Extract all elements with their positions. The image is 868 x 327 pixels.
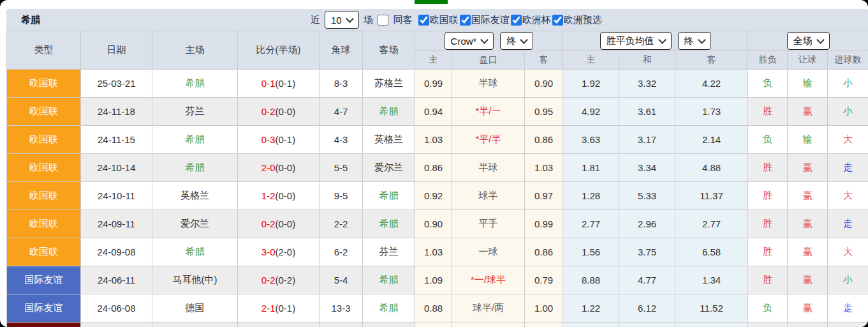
goals-result: 大 [828,238,868,266]
competition-badge: 欧国联 [7,238,81,266]
halftime-score: (0-1) [276,303,296,314]
table-row: 欧国联25-03-21希腊0-1(0-1)8-3苏格兰0.99半球0.901.9… [7,70,868,98]
avg-home: 1.81 [563,154,619,182]
halftime-score: (0-0) [276,106,296,117]
match-date: 24-09-11 [81,210,152,238]
avg-away: 11.37 [675,182,748,210]
avg-draw: 3.34 [619,154,675,182]
chevron-down-icon [481,36,489,44]
competition-badge: 国际友谊 [7,294,81,323]
table-row: 欧国联24-11-15希腊0-3(0-1)4-3英格兰1.03*平/半0.863… [7,126,868,154]
away-team: 希腊 [363,266,415,294]
filter-checkbox[interactable] [460,15,471,26]
handicap-result: 赢 [788,238,828,266]
odds-away: 1.00 [525,294,563,323]
filter-checkbox[interactable] [511,15,522,26]
competition-badge: 欧洲杯 [7,323,81,327]
corner-score: 8-3 [320,70,363,98]
corner-score: 4-3 [320,126,363,154]
subheader-odds-home: 主 [415,51,452,70]
goals-result: 大 [828,126,868,154]
scope-select[interactable]: 全场 [787,32,830,50]
filter-item: 欧洲杯 [511,14,551,26]
subheader-goals: 进球数 [828,51,868,70]
avg-draw: 5.33 [619,182,675,210]
avg-home: 3.30 [563,323,619,327]
avg-source-select[interactable]: 胜平负均值 [600,32,672,50]
fulltime-score: 3-0 [261,247,276,257]
avg-draw: 2.94 [619,323,675,327]
avg-home: 1.92 [563,70,619,98]
filter-checkbox[interactable] [552,15,563,26]
corner-score: 13-3 [320,294,363,323]
home-team: 希腊 [152,154,238,182]
avg-away: 6.58 [675,238,748,266]
handicap: *平/半 [452,126,525,154]
handicap-result: 赢 [788,182,828,210]
odds-time-select[interactable]: 终 [500,32,533,50]
halftime-score: (0-1) [276,78,296,89]
avg-home: 8.88 [563,266,619,294]
match-date: 24-11-15 [81,126,152,154]
score-cell: 3-0(2-0) [238,238,320,266]
avg-draw: 3.32 [619,70,675,98]
avg-home: 1.28 [563,182,619,210]
away-team: 爱尔兰 [363,154,415,182]
handicap: *一/球半 [452,266,525,294]
result: 胜 [748,210,788,238]
competition-badge: 欧国联 [7,126,81,154]
handicap: *半/一 [452,98,525,126]
filter-checkbox[interactable] [418,15,429,26]
games-label: 场 [364,14,373,26]
recent-count-value: 10 [331,15,342,26]
corner-score: 2-6 [320,323,363,327]
odds-home: 1.09 [415,266,452,294]
table-row: 国际友谊24-06-08德国2-1(0-1)13-3希腊0.88球半/两1.00… [7,294,868,323]
handicap-result: 赢 [788,154,828,182]
corner-score: 2-2 [320,210,363,238]
subheader-result: 胜负 [748,51,788,70]
table-row: 欧国联24-09-11爱尔兰0-2(0-0)2-2希腊0.90平手0.992.7… [7,210,868,238]
match-date: 24-09-08 [81,238,152,266]
home-team: 芬兰 [152,98,238,126]
result: 负 [748,126,788,154]
match-history-table: 类型 日期 主场 比分(半场) 角球 客场 Crow* 终 胜平负均值 终 [6,31,868,327]
home-team: 爱尔兰 [152,210,238,238]
score-cell: 0-2(0-0) [238,98,320,126]
goals-result: 走 [828,210,868,238]
table-row: 欧洲杯24-03-27格鲁吉亚0-0(0-0)2-6希腊0.79*平/半1.12… [7,323,868,327]
goals-result: 小 [828,98,868,126]
handicap-result: 赢 [788,210,828,238]
result: 胜 [748,154,788,182]
filter-item: 欧洲预选 [552,14,602,26]
halftime-score: (0-1) [276,134,296,145]
odds-away: 0.86 [525,238,563,266]
score-cell: 0-2(0-2) [238,266,320,294]
table-row: 欧国联24-09-08希腊3-0(2-0)6-2芬兰1.03一球0.861.56… [7,238,868,266]
table-row: 欧国联24-10-11英格兰1-2(0-0)9-5希腊0.92球半0.971.2… [7,182,868,210]
fulltime-score: 0-1 [261,78,276,89]
fulltime-score: 0-3 [261,134,276,145]
odds-source-select[interactable]: Crow* [445,32,494,50]
chevron-down-icon [520,36,529,44]
avg-draw: 4.77 [619,266,675,294]
chevron-down-icon [658,36,666,44]
halftime-score: (2-0) [276,247,296,257]
avg-time-value: 终 [684,35,694,47]
filter-controls: 近 10 场 同客 欧国联国际友谊欧洲杯欧洲预选 [309,9,602,31]
fulltime-score: 2-1 [261,303,276,314]
chevron-down-icon [346,15,354,23]
competition-badge: 欧国联 [7,70,81,98]
home-team: 希腊 [152,238,238,266]
odds-home: 0.94 [415,98,452,126]
handicap-result: 输 [788,70,828,98]
table-row: 欧国联24-10-14希腊2-0(0-0)5-5爱尔兰0.86半球1.031.8… [7,154,868,182]
same-venue-label: 同客 [394,14,413,26]
odds-away: 1.12 [525,323,563,327]
home-team: 英格兰 [152,182,238,210]
subheader-odds-away: 客 [525,51,563,70]
recent-count-select[interactable]: 10 [325,11,359,29]
same-venue-checkbox[interactable] [378,15,388,26]
avg-time-select[interactable]: 终 [678,32,711,50]
page-title: 希腊 [6,14,40,26]
